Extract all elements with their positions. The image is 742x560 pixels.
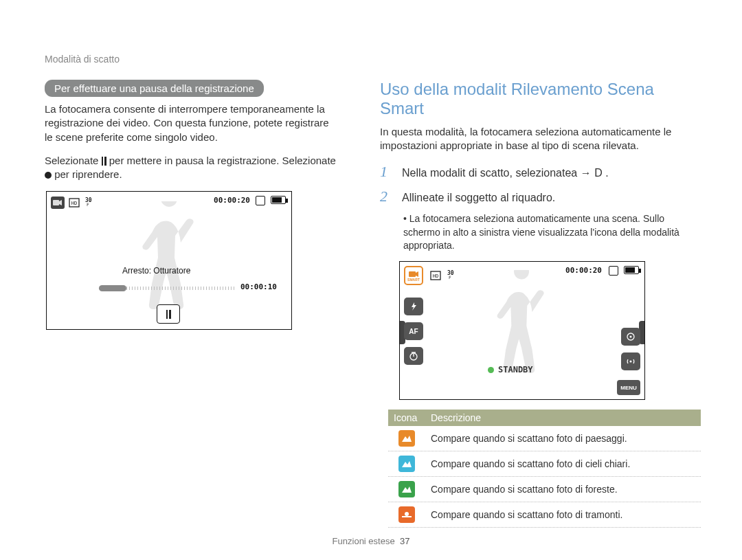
stop-label: Arresto: Otturatore — [122, 266, 190, 276]
step-2: 2 Allineate il soggetto al riquadro. — [380, 188, 701, 205]
svg-point-12 — [630, 336, 632, 338]
page-number: 37 — [400, 536, 409, 546]
row-desc: Compare quando si scattano foto di paesa… — [425, 433, 701, 444]
step-bullet: La fotocamera seleziona automaticamente … — [403, 212, 701, 253]
footer-section: Funzioni estese — [333, 536, 395, 546]
wifi-icon[interactable] — [621, 352, 640, 370]
text: Selezionate — [45, 155, 102, 166]
left-para-1: La fotocamera consente di interrompere t… — [45, 102, 339, 144]
timecode: 00:00:20 — [565, 266, 602, 275]
step-number: 1 — [380, 163, 392, 181]
battery-icon — [624, 266, 639, 274]
sd-card-icon — [256, 196, 265, 205]
intro-para: In questa modalità, la fotocamera selezi… — [380, 125, 701, 153]
th-icon: Icona — [388, 410, 425, 426]
th-desc: Descrizione — [425, 410, 701, 426]
sd-card-icon — [609, 266, 618, 276]
pause-icon — [102, 157, 106, 166]
sky-icon — [398, 456, 415, 472]
table-header: Icona Descrizione — [388, 410, 701, 426]
svg-text:F: F — [449, 275, 451, 280]
smart-label: SMART — [407, 278, 420, 282]
table-row: Compare quando si scattano foto di cieli… — [388, 451, 701, 477]
flash-icon[interactable] — [404, 298, 423, 315]
battery-icon — [271, 196, 286, 204]
section-pill: Per effettuare una pausa della registraz… — [45, 80, 264, 97]
standby-indicator: STANDBY — [488, 365, 533, 374]
silhouette-figure — [128, 201, 210, 318]
svg-text:HD: HD — [71, 201, 77, 206]
svg-text:HD: HD — [433, 273, 438, 279]
forest-icon — [398, 481, 415, 497]
step-text: Nella modalit di scatto, selezionatea → … — [402, 163, 701, 181]
progress-time: 00:00:10 — [240, 282, 277, 291]
pause-button[interactable] — [157, 304, 180, 324]
right-column: Uso della modalit Rilevamento Scena Smar… — [380, 80, 701, 528]
left-para-2: Selezionate per mettere in pausa la regi… — [45, 154, 339, 182]
size-icon: HD — [429, 269, 442, 282]
size-icon: HD — [67, 197, 81, 209]
camera-screen-left: HD 30F 00:00:20 Arresto: Otturatore 00:0… — [46, 191, 292, 330]
fps-icon: 30F — [446, 269, 457, 282]
table-row: Compare quando si scattano foto di paesa… — [388, 426, 701, 451]
af-button[interactable]: AF — [404, 322, 423, 340]
landscape-icon — [398, 430, 415, 447]
settings-icon[interactable] — [621, 328, 640, 346]
fps-icon: 30F — [84, 196, 95, 210]
camera-screen-right: SMART HD 30F 00:00:20 — [399, 261, 645, 400]
breadcrumb: Modalità di scatto — [45, 54, 701, 65]
menu-button[interactable]: MENU — [617, 380, 640, 395]
svg-rect-0 — [53, 200, 59, 205]
svg-rect-5 — [409, 271, 416, 277]
row-desc: Compare quando si scattano foto di fores… — [425, 484, 701, 495]
page-title: Uso della modalit Rilevamento Scena Smar… — [380, 80, 701, 118]
video-mode-icon — [51, 197, 65, 209]
text: per riprendere. — [54, 168, 122, 180]
record-dot-icon — [45, 172, 52, 179]
row-desc: Compare quando si scattano foto di tramo… — [425, 509, 701, 520]
timer-icon[interactable] — [404, 347, 423, 365]
timecode: 00:00:20 — [214, 196, 250, 205]
sunset-icon — [398, 506, 415, 523]
page-footer: Funzioni estese 37 — [0, 536, 742, 546]
svg-text:F: F — [87, 202, 89, 207]
step-text: Allineate il soggetto al riquadro. — [402, 188, 701, 205]
progress-fill — [99, 285, 126, 291]
text: per mettere in pausa la registrazione. S… — [109, 155, 336, 166]
step-1: 1 Nella modalit di scatto, selezionatea … — [380, 163, 701, 181]
table-row: Compare quando si scattano foto di fores… — [388, 477, 701, 502]
svg-point-13 — [630, 361, 632, 363]
svg-point-14 — [405, 512, 409, 516]
smart-mode-icon: SMART — [404, 266, 423, 285]
pause-icon — [166, 310, 171, 319]
row-desc: Compare quando si scattano foto di cieli… — [425, 458, 701, 469]
svg-rect-15 — [402, 516, 412, 517]
icon-table: Icona Descrizione Compare quando si scat… — [388, 410, 701, 528]
table-row: Compare quando si scattano foto di tramo… — [388, 502, 701, 528]
step-number: 2 — [380, 188, 392, 205]
left-column: Per effettuare una pausa della registraz… — [45, 80, 339, 528]
